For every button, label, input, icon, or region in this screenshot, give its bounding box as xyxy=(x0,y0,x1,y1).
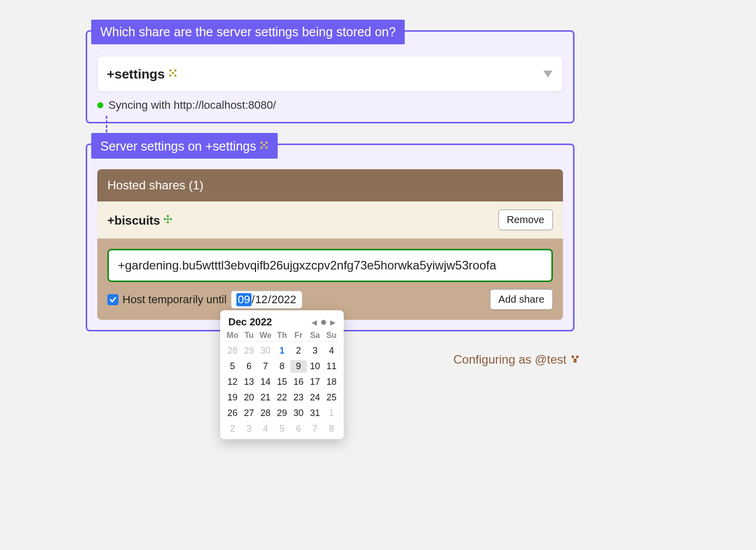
calendar-dow: Th xyxy=(274,331,290,341)
host-temporarily-label: Host temporarily until xyxy=(122,293,227,306)
calendar-nav: ◀ ▶ xyxy=(311,318,336,326)
calendar-day[interactable]: 25 xyxy=(323,391,340,404)
calendar-day[interactable]: 10 xyxy=(307,360,324,373)
calendar-day[interactable]: 8 xyxy=(274,360,290,373)
calendar-day[interactable]: 30 xyxy=(290,407,307,420)
calendar-header: Dec 2022 ◀ ▶ xyxy=(224,315,340,331)
svg-rect-13 xyxy=(167,218,169,220)
host-temporarily-group: Host temporarily until 09/12/2022 xyxy=(107,291,302,309)
host-temporarily-checkbox[interactable] xyxy=(107,294,118,305)
remove-button[interactable]: Remove xyxy=(498,210,553,230)
sync-status-text: Syncing with http://localhost:8080/ xyxy=(108,99,276,112)
calendar-day[interactable]: 31 xyxy=(307,407,324,420)
calendar-day[interactable]: 16 xyxy=(290,376,307,388)
date-month-segment[interactable]: 12 xyxy=(255,293,268,306)
calendar-day[interactable]: 27 xyxy=(241,407,258,420)
calendar-day[interactable]: 5 xyxy=(224,360,241,373)
svg-rect-18 xyxy=(574,359,577,360)
svg-rect-10 xyxy=(266,147,268,149)
calendar-day[interactable]: 5 xyxy=(274,423,290,435)
calendar-day[interactable]: 9 xyxy=(290,360,307,373)
add-share-button[interactable]: Add share xyxy=(490,289,553,310)
calendar-day[interactable]: 26 xyxy=(224,407,241,420)
date-day-segment[interactable]: 09 xyxy=(236,293,251,306)
user-glyph-icon xyxy=(571,353,580,367)
calendar-day[interactable]: 6 xyxy=(290,423,307,435)
server-settings-panel: Server settings on +settings Hosted shar… xyxy=(86,144,575,331)
share-glyph-icon xyxy=(260,138,269,153)
calendar-day[interactable]: 7 xyxy=(257,360,274,373)
calendar-day[interactable]: 19 xyxy=(224,391,241,404)
calendar-dow: Tu xyxy=(241,331,258,341)
calendar-day[interactable]: 18 xyxy=(323,376,340,388)
svg-rect-12 xyxy=(164,218,166,220)
calendar-dow: Mo xyxy=(224,331,241,341)
share-address-input[interactable] xyxy=(107,249,553,282)
share-select[interactable]: +settings xyxy=(97,56,563,92)
calendar-day[interactable]: 3 xyxy=(241,423,258,435)
calendar-day[interactable]: 4 xyxy=(257,423,274,435)
calendar-day[interactable]: 21 xyxy=(257,391,274,404)
hosted-shares-header: Hosted shares (1) xyxy=(97,169,563,201)
calendar-today-icon[interactable] xyxy=(321,320,326,325)
svg-rect-11 xyxy=(167,215,169,217)
panel2-title: Server settings on +settings xyxy=(91,133,278,159)
calendar-day[interactable]: 23 xyxy=(290,391,307,404)
calendar-day[interactable]: 2 xyxy=(224,423,241,435)
calendar-day[interactable]: 30 xyxy=(257,345,274,357)
panel1-title: Which share are the server settings bein… xyxy=(91,20,405,44)
svg-marker-5 xyxy=(543,71,552,78)
svg-rect-9 xyxy=(261,147,263,149)
calendar-day[interactable]: 13 xyxy=(241,376,258,388)
calendar-day[interactable]: 24 xyxy=(307,391,324,404)
calendar-day[interactable]: 29 xyxy=(274,407,290,420)
calendar-day[interactable]: 20 xyxy=(241,391,258,404)
calendar-day[interactable]: 14 xyxy=(257,376,274,388)
svg-rect-14 xyxy=(170,218,172,220)
svg-rect-19 xyxy=(574,360,577,363)
calendar-day[interactable]: 12 xyxy=(224,376,241,388)
svg-rect-3 xyxy=(169,75,171,77)
svg-rect-15 xyxy=(167,221,169,223)
hosted-share-row: +biscuits Remove xyxy=(97,201,563,239)
calendar-dow: Su xyxy=(323,331,340,341)
calendar-day[interactable]: 11 xyxy=(323,360,340,373)
share-glyph-icon xyxy=(163,213,172,227)
calendar-day[interactable]: 6 xyxy=(241,360,258,373)
sync-status-row: Syncing with http://localhost:8080/ xyxy=(97,99,563,112)
add-share-options-row: Host temporarily until 09/12/2022 Add sh… xyxy=(107,289,553,310)
calendar-next-icon[interactable]: ▶ xyxy=(330,318,336,326)
panel2-title-text: Server settings on +settings xyxy=(100,139,256,153)
svg-rect-1 xyxy=(174,70,176,72)
calendar-day[interactable]: 15 xyxy=(274,376,290,388)
calendar-month-title: Dec 2022 xyxy=(228,316,272,328)
chevron-down-icon xyxy=(543,71,552,78)
svg-rect-16 xyxy=(572,356,574,358)
calendar-day[interactable]: 1 xyxy=(323,407,340,420)
svg-rect-7 xyxy=(266,142,268,144)
share-select-value: +settings xyxy=(107,66,165,82)
calendar-day[interactable]: 28 xyxy=(224,345,241,357)
svg-rect-8 xyxy=(263,144,265,146)
svg-rect-6 xyxy=(261,142,263,144)
calendar-day[interactable]: 8 xyxy=(323,423,340,435)
calendar-day[interactable]: 17 xyxy=(307,376,324,388)
svg-rect-2 xyxy=(172,72,174,74)
calendar-grid: MoTuWeThFrSaSu28293012345678910111213141… xyxy=(224,331,340,435)
calendar-day[interactable]: 7 xyxy=(307,423,324,435)
svg-rect-17 xyxy=(576,356,579,358)
date-picker-popup: Dec 2022 ◀ ▶ MoTuWeThFrSaSu2829301234567… xyxy=(220,310,344,439)
calendar-day[interactable]: 3 xyxy=(307,345,324,357)
date-year-segment[interactable]: 2022 xyxy=(271,293,297,306)
hosted-share-name-text: +biscuits xyxy=(107,214,160,227)
add-share-area: Host temporarily until 09/12/2022 Add sh… xyxy=(97,239,563,320)
calendar-day[interactable]: 4 xyxy=(323,345,340,357)
calendar-day[interactable]: 1 xyxy=(274,345,290,357)
date-input[interactable]: 09/12/2022 xyxy=(231,291,302,309)
calendar-day[interactable]: 29 xyxy=(241,345,258,357)
calendar-prev-icon[interactable]: ◀ xyxy=(311,318,317,326)
calendar-day[interactable]: 22 xyxy=(274,391,290,404)
calendar-day[interactable]: 28 xyxy=(257,407,274,420)
calendar-day[interactable]: 2 xyxy=(290,345,307,357)
calendar-dow: Sa xyxy=(307,331,324,341)
